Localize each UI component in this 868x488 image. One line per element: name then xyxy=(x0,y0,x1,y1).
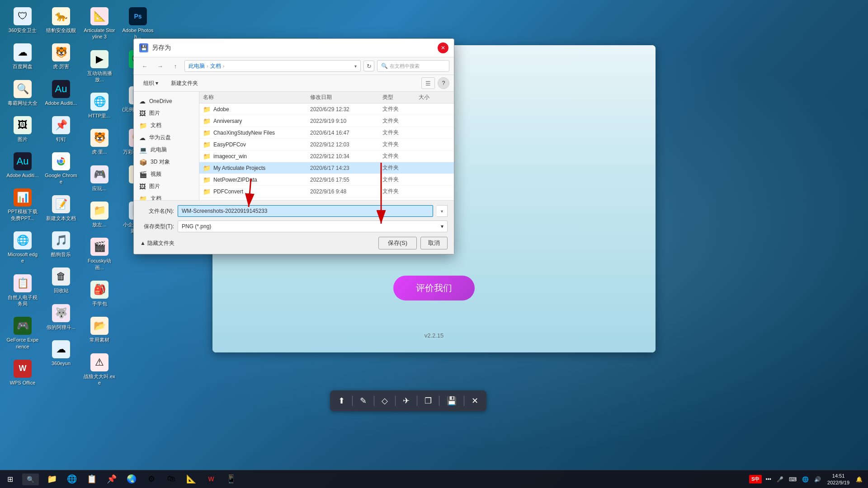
col-name-header[interactable]: 名称 xyxy=(203,94,310,101)
icon-http[interactable]: 🌐 HTTP里... xyxy=(81,90,118,122)
icon-exe[interactable]: ⚠ 战狼犬大叫.exe xyxy=(81,351,118,389)
icon-huli[interactable]: 🐯 虎·厉害 xyxy=(43,41,79,72)
nav-3d[interactable]: 📦 3D 对象 xyxy=(134,156,199,168)
start-button[interactable]: ⊞ xyxy=(0,470,20,488)
cancel-button[interactable]: 取消 xyxy=(420,237,448,249)
new-folder-button[interactable]: 新建文件夹 xyxy=(166,77,203,89)
search-box[interactable]: 🔍 在文档中搜索 xyxy=(377,60,449,72)
icon-huli2[interactable]: 🐯 虎·里... xyxy=(81,126,118,158)
file-row-imageocr[interactable]: 📁imageocr_win 2022/9/12 10:34 文件夹 xyxy=(199,150,454,162)
file-row-adobe[interactable]: 📁Adobe 2020/6/29 12:32 文件夹 xyxy=(199,103,454,115)
tray-network-icon[interactable]: 🌐 xyxy=(800,476,811,483)
nav-pictures1[interactable]: 🖼 图片 xyxy=(134,107,199,119)
filetype-select[interactable]: PNG (*.png) ▾ xyxy=(178,221,448,232)
icon-chrome[interactable]: Google Chrome xyxy=(43,150,79,188)
address-dropdown[interactable]: ▾ xyxy=(354,64,357,69)
arrow-tool-btn[interactable]: ✈ xyxy=(400,394,412,408)
icon-360eyun[interactable]: ☁ 360eyun xyxy=(43,338,79,369)
pen-tool-btn[interactable]: ✎ xyxy=(357,394,369,408)
nav-documents2[interactable]: 📁 文档 xyxy=(134,192,199,200)
icon-kugou[interactable]: 🎵 酷狗音乐 xyxy=(43,229,79,260)
nav-video[interactable]: 🎬 视频 xyxy=(134,168,199,180)
icon-school[interactable]: 🎒 手学包 xyxy=(81,278,118,310)
dialog-close-button[interactable]: ✕ xyxy=(438,42,448,53)
address-part1[interactable]: 此电脑 xyxy=(189,62,205,70)
icon-cheetah[interactable]: 🐆 猎豹安全战舰 xyxy=(43,5,79,36)
tray-notification-icon[interactable]: 🔔 xyxy=(854,476,864,483)
icon-geforce[interactable]: 🎮 GeForce Experience xyxy=(5,314,41,352)
icon-materials[interactable]: 📂 常用素材 xyxy=(81,314,118,346)
taskbar-app-store[interactable]: 🛍 xyxy=(162,470,181,488)
tray-keyboard-icon[interactable]: ⌨ xyxy=(787,476,798,483)
icon-adobe-au[interactable]: Au Adobe Auditi... xyxy=(5,150,41,181)
icon-recycle[interactable]: 🗑 回收站 xyxy=(43,265,79,296)
back-button[interactable]: ← xyxy=(138,61,151,71)
hide-folders-button[interactable]: ▲ 隐藏文件夹 xyxy=(140,239,175,247)
save-button[interactable]: 保存(S) xyxy=(378,237,417,249)
icon-pictures[interactable]: 🖼 图片 xyxy=(5,113,41,145)
col-date-header[interactable]: 修改日期 xyxy=(310,94,382,101)
file-row-netpower[interactable]: 📁NetPowerZIPData 2022/9/16 17:55 文件夹 xyxy=(199,174,454,186)
icon-adobe-au2[interactable]: Au Adobe Auditi... xyxy=(43,77,79,109)
file-row-easypdf[interactable]: 📁EasyPDFCov 2022/9/12 12:03 文件夹 xyxy=(199,139,454,150)
col-type-header[interactable]: 类型 xyxy=(382,94,419,101)
icon-articulate[interactable]: 📐 Articulate Storyline 3 xyxy=(81,5,118,43)
file-row-anniversary[interactable]: 📁Anniversary 2022/9/19 9:10 文件夹 xyxy=(199,115,454,127)
shape-tool-btn[interactable]: ◇ xyxy=(379,394,391,408)
icon-ppt[interactable]: 📊 PPT模板下载 免费PPT... xyxy=(5,186,41,224)
icon-folder2[interactable]: 📁 放左... xyxy=(81,199,118,230)
icon-360[interactable]: 🛡 360安全卫士 xyxy=(5,5,41,36)
icon-textfile[interactable]: 📝 新建文本文档 xyxy=(43,192,79,224)
tray-mic-icon[interactable]: 🎤 xyxy=(775,476,785,483)
icon-dingtalk[interactable]: 📌 钉钉 xyxy=(43,113,79,145)
address-part2[interactable]: 文档 xyxy=(210,62,221,70)
taskbar-app-files[interactable]: 📋 xyxy=(82,470,101,488)
refresh-button[interactable]: ↻ xyxy=(363,61,374,71)
taskbar-app-settings[interactable]: ⚙ xyxy=(142,470,161,488)
view-button[interactable]: ☰ xyxy=(421,77,435,89)
icon-edge[interactable]: 🌐 Microsoft edge xyxy=(5,229,41,267)
taskbar-app-wps[interactable]: W xyxy=(202,470,221,488)
close-tool-btn[interactable]: ✕ xyxy=(469,394,481,408)
icon-duba[interactable]: 🔍 毒霸网址大全 xyxy=(5,77,41,109)
nav-huawei[interactable]: ☁ 华为云盘 xyxy=(134,131,199,144)
icon-tax[interactable]: 📋 自然人电子税务局 xyxy=(5,272,41,310)
file-row-chaoxing[interactable]: 📁ChaoXingStudyNew Files 2020/6/14 16:47 … xyxy=(199,127,454,139)
copy-tool-btn[interactable]: ❐ xyxy=(422,394,434,408)
organize-button[interactable]: 组织 ▾ xyxy=(138,77,163,89)
tray-volume-icon[interactable]: 🔊 xyxy=(812,476,823,483)
file-row-more[interactable]: 📁... xyxy=(199,197,454,200)
icon-photoshop[interactable]: Ps Adobe Photosh... xyxy=(120,5,156,43)
taskbar-app-360[interactable]: 🌏 xyxy=(122,470,141,488)
taskbar-app-purple[interactable]: 📱 xyxy=(222,470,241,488)
taskbar-search-box[interactable]: 🔍 xyxy=(22,474,39,485)
icon-focusky[interactable]: 🎬 Focusky动画... xyxy=(81,235,118,273)
taskbar-app-articulate[interactable]: 📐 xyxy=(182,470,201,488)
filename-input[interactable] xyxy=(178,205,433,217)
taskbar-app-riji[interactable]: 📌 xyxy=(102,470,121,488)
taskbar-app-explorer[interactable]: 📁 xyxy=(42,470,61,488)
nav-documents1[interactable]: 📁 文档 xyxy=(134,119,199,131)
forward-button[interactable]: → xyxy=(154,61,166,71)
nav-onedrive[interactable]: ☁ OneDrive xyxy=(134,95,199,107)
nav-pictures2[interactable]: 🖼 图片 xyxy=(134,180,199,192)
file-row-pdfconvert[interactable]: 📁PDFConvert 2022/9/16 9:48 文件夹 xyxy=(199,186,454,197)
sougou-indicator[interactable]: S中 xyxy=(749,475,762,483)
select-tool-btn[interactable]: ⬆ xyxy=(335,394,348,408)
address-bar[interactable]: 此电脑 › 文档 › ▾ xyxy=(184,60,361,72)
icon-wolf[interactable]: 🐺 假的阿狸斗... xyxy=(43,301,79,333)
icon-apps[interactable]: 🎮 应玩... xyxy=(81,163,118,194)
save-tool-btn[interactable]: 💾 xyxy=(444,394,459,408)
help-button[interactable]: ? xyxy=(438,77,449,89)
taskbar-app-ie[interactable]: 🌐 xyxy=(62,470,81,488)
icon-animate[interactable]: ▶ 互动动画播放... xyxy=(81,47,118,86)
tray-time[interactable]: 14:51 2022/9/19 xyxy=(825,473,852,486)
icon-wps[interactable]: W WPS Office xyxy=(5,357,41,389)
file-row-articulate[interactable]: 📁My Articulate Projects 2020/6/17 14:23 … xyxy=(199,162,454,174)
icon-baidu[interactable]: ☁ 百度网盘 xyxy=(5,41,41,72)
col-size-header[interactable]: 大小 xyxy=(419,94,450,101)
eval-button[interactable]: 评价我们 xyxy=(393,276,475,300)
dialog-file-list[interactable]: 名称 修改日期 类型 大小 📁Adobe 2020/6/29 12:32 文件夹… xyxy=(199,92,454,200)
tray-dot-icon[interactable]: ••• xyxy=(764,476,773,483)
up-button[interactable]: ↑ xyxy=(169,61,182,71)
